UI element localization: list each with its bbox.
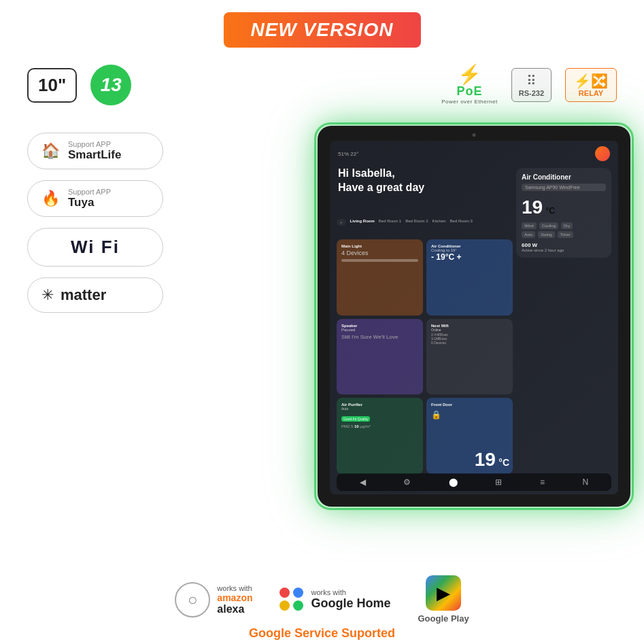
top-icons-row: 10" 13 ⚡ PoE Power over Ethernet ⠿ RS-23… [27, 65, 617, 105]
big-temp-unit: °C [498, 457, 509, 468]
compat-section: ○ works with amazon alexa works with Goo… [0, 575, 644, 624]
add-room-btn[interactable]: + [337, 219, 346, 226]
nav-menu-icon[interactable]: ≡ [540, 477, 545, 487]
room-tab-bed3[interactable]: Bed Room 3 [450, 219, 473, 226]
alexa-badge: ○ works with amazon alexa [175, 582, 252, 617]
alexa-works-with: works with [217, 584, 252, 592]
google-dot-red [279, 588, 290, 598]
nav-wifi-icon[interactable]: N [583, 477, 589, 487]
big-temp-num: 19 [475, 449, 496, 470]
card-ac[interactable]: Air Conditioner Cooling to 19° - 19°C + [426, 239, 513, 316]
smartlife-name: SmartLife [68, 148, 121, 162]
feature-badges: 🏠 Support APP SmartLife 🔥 Support APP Tu… [27, 133, 163, 313]
timer-label: Timer [558, 231, 573, 238]
ac-panel: Air Conditioner Samsung AP90 WindFree 19… [516, 168, 611, 258]
poe-label: PoE [456, 84, 482, 99]
poe-bolt-icon: ⚡ [458, 65, 481, 84]
google-dot-green [293, 600, 303, 611]
card-main-light-title: Main Light [341, 244, 418, 248]
alexa-text: alexa [217, 603, 252, 615]
swing-label: Swing [538, 231, 554, 238]
wifi-badge: Wi Fi [27, 228, 163, 267]
rs232-label: RS-232 [519, 89, 544, 97]
card-wifi-devices: 6 Devices [431, 341, 508, 345]
wifi-label: Wi Fi [48, 237, 142, 258]
relay-icon: ⚡🔀 [574, 73, 608, 89]
poe-badge: ⚡ PoE Power over Ethernet [441, 65, 497, 105]
tuya-icon: 🔥 [41, 190, 60, 207]
bottom-nav: ◀ ⚙ ⬤ ⊞ ≡ N [337, 473, 611, 491]
ac-model: Samsung AP90 WindFree [522, 184, 606, 191]
google-play-label: Google Play [418, 613, 469, 624]
alexa-amazon-text: amazon [217, 592, 252, 603]
light-slider [341, 259, 418, 262]
air-quality-badge: Good Air Quality [341, 416, 370, 422]
smartlife-support-text: Support APP [68, 140, 121, 148]
google-home-badge: works with Google Home [279, 588, 390, 612]
nav-home-icon[interactable]: ⬤ [449, 477, 458, 487]
google-home-works-with: works with [311, 588, 390, 596]
room-tab-kitchen[interactable]: Kitchen [433, 219, 446, 226]
matter-icon: ✳ [41, 286, 54, 304]
tuya-badge: 🔥 Support APP Tuya [27, 180, 163, 217]
ac-temp-unit: °C [546, 206, 555, 216]
google-home-icon [279, 588, 304, 612]
card-speaker[interactable]: Speaker Paused Still I'm Sure We'll Love [337, 319, 423, 395]
power-sub: Active since 2 hour ago [522, 248, 606, 252]
rs232-icon: ⠿ [526, 73, 537, 89]
card-main-light[interactable]: Main Light 4 Devices [337, 239, 423, 316]
nav-back-icon[interactable]: ◀ [360, 477, 366, 487]
smartlife-badge: 🏠 Support APP SmartLife [27, 133, 163, 169]
speaker-song: Still I'm Sure We'll Love [341, 334, 418, 340]
tuya-support-text: Support APP [68, 188, 111, 196]
power-label: 600 W [522, 242, 606, 248]
google-dot-blue [293, 588, 303, 598]
cards-grid: Main Light 4 Devices Air Conditioner Coo… [337, 239, 513, 474]
room-tabs: + Living Room Bed Room 1 Bed Room 2 Kitc… [337, 219, 611, 226]
camera-dot [473, 133, 476, 137]
auto-label: Auto [522, 231, 535, 238]
smartlife-icon: 🏠 [41, 142, 60, 160]
poe-sublabel: Power over Ethernet [441, 99, 497, 105]
tablet-outer: 51% 22° Hi Isabella, Have a great day Ai… [318, 126, 630, 507]
google-dot-yellow [279, 600, 290, 611]
room-tab-bed2[interactable]: Bed Room 2 [405, 219, 428, 226]
relay-badge: ⚡🔀 RELAY [565, 68, 617, 102]
android-version-badge: 13 [90, 65, 131, 105]
new-version-banner: NEW VERSION [223, 12, 420, 48]
card-main-light-sub: 4 Devices [341, 250, 418, 256]
alexa-ring-icon: ○ [175, 582, 210, 617]
screen-avatar [595, 146, 610, 161]
pm25: PM2.5 10 μg/m² [341, 424, 418, 428]
tablet-device: 51% 22° Hi Isabella, Have a great day Ai… [318, 126, 630, 507]
card-wifi[interactable]: Nest Wifi Online 2.4 MB/sec 3.1MB/sec 6 … [426, 319, 513, 395]
rs232-badge: ⠿ RS-232 [511, 68, 552, 102]
front-door-icon: 🔒 [431, 410, 508, 420]
screen-status: 51% 22° [338, 151, 358, 157]
room-tab-bed1[interactable]: Bed Room 1 [379, 219, 401, 226]
relay-label: RELAY [579, 89, 603, 97]
ac-temp: 19 [522, 197, 543, 218]
tuya-name: Tuya [68, 196, 111, 209]
screen-size-badge: 10" [27, 68, 77, 103]
google-home-label: Google Home [311, 596, 390, 611]
nav-settings-icon[interactable]: ⚙ [403, 477, 411, 487]
big-temp-display: 19 °C [475, 449, 509, 471]
room-tab-living[interactable]: Living Room [350, 219, 375, 226]
screen-header: 51% 22° [330, 141, 618, 164]
screen-content: 51% 22° Hi Isabella, Have a great day Ai… [330, 141, 618, 494]
google-play-icon: ▶ [426, 575, 461, 611]
card-front-door-title: Front Door [431, 403, 508, 407]
card-air-purifier-sub: Auto [341, 407, 418, 411]
card-air-purifier[interactable]: Air Purifier Auto Good Air Quality PM2.5… [337, 398, 423, 474]
matter-badge: ✳ matter [27, 277, 163, 313]
card-wifi-sub: Online [431, 328, 508, 332]
google-service-text: Google Service Suported [249, 626, 395, 641]
google-play-badge: ▶ Google Play [418, 575, 469, 624]
matter-label: matter [61, 286, 106, 304]
card-speaker-sub: Paused [341, 328, 418, 332]
card-ac-value: - 19°C + [431, 252, 508, 262]
nav-apps-icon[interactable]: ⊞ [495, 477, 502, 487]
tablet-screen: 51% 22° Hi Isabella, Have a great day Ai… [330, 141, 618, 494]
ac-title: Air Conditioner [522, 173, 606, 181]
